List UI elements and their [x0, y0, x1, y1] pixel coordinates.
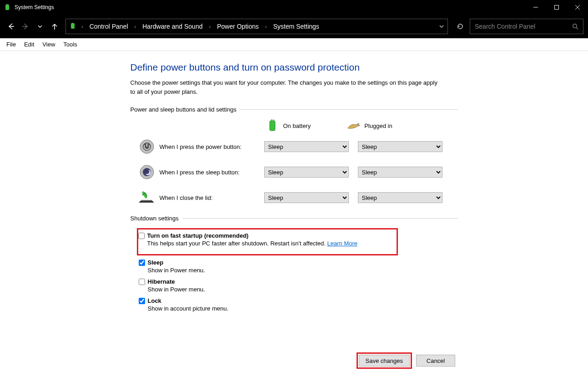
chevron-right-icon[interactable]: › — [80, 24, 85, 29]
refresh-button[interactable] — [452, 19, 468, 34]
menu-tools[interactable]: Tools — [60, 40, 80, 49]
footer-buttons: Save changes Cancel — [0, 355, 588, 367]
checkbox-label: Lock — [148, 297, 161, 304]
titlebar: System Settings — [0, 0, 588, 15]
checkbox-sleep[interactable] — [139, 260, 145, 266]
svg-rect-11 — [73, 23, 74, 24]
column-header-battery: On battery — [266, 119, 311, 132]
select-sleep-battery[interactable]: Sleep — [264, 167, 349, 178]
svg-line-13 — [576, 27, 578, 29]
up-button[interactable] — [48, 20, 61, 33]
menubar: File Edit View Tools — [0, 38, 588, 51]
section-label-buttons-lid: Power and sleep buttons and lid settings — [131, 106, 240, 113]
save-changes-button[interactable]: Save changes — [359, 355, 410, 367]
row-label: When I close the lid: — [160, 194, 264, 201]
chevron-right-icon[interactable]: › — [133, 24, 138, 29]
shutdown-item-lock: Lock Show in account picture menu. — [139, 297, 458, 312]
maximize-button[interactable] — [546, 0, 567, 15]
shutdown-item-hibernate: Hibernate Show in Power menu. — [139, 278, 458, 293]
minimize-button[interactable] — [525, 0, 546, 15]
sleep-icon — [139, 164, 155, 180]
row-close-lid: When I close the lid: Sleep Sleep — [131, 189, 458, 206]
svg-rect-16 — [271, 119, 272, 121]
svg-rect-2 — [8, 4, 9, 5]
select-power-battery[interactable]: Sleep — [264, 141, 349, 152]
search-input[interactable] — [475, 23, 572, 30]
svg-rect-0 — [5, 5, 9, 10]
app-icon — [4, 4, 11, 11]
svg-rect-4 — [555, 5, 559, 10]
row-power-button: When I press the power button: Sleep Sle… — [131, 138, 458, 155]
checkbox-label: Sleep — [148, 259, 164, 266]
checkbox-hibernate[interactable] — [139, 279, 145, 285]
svg-rect-9 — [71, 23, 75, 29]
battery-icon — [266, 119, 279, 132]
navbar: › Control Panel › Hardware and Sound › P… — [0, 15, 588, 38]
menu-edit[interactable]: Edit — [20, 40, 38, 49]
shutdown-item-sleep: Sleep Show in Power menu. — [139, 259, 458, 274]
search-icon[interactable] — [572, 23, 578, 30]
svg-rect-19 — [358, 125, 360, 126]
address-bar[interactable]: › Control Panel › Hardware and Sound › P… — [65, 19, 448, 34]
menu-file[interactable]: File — [3, 40, 20, 49]
close-button[interactable] — [567, 0, 588, 15]
breadcrumb-item[interactable]: Hardware and Sound — [141, 22, 204, 31]
breadcrumb-item[interactable]: Power Options — [215, 22, 261, 31]
section-divider — [182, 218, 458, 219]
select-lid-battery[interactable]: Sleep — [264, 192, 349, 203]
row-label: When I press the sleep button: — [160, 169, 264, 176]
select-power-plugged[interactable]: Sleep — [358, 141, 442, 152]
window-title: System Settings — [15, 4, 525, 10]
menu-view[interactable]: View — [39, 40, 59, 49]
breadcrumb-item[interactable]: Control Panel — [88, 22, 130, 31]
section-divider — [240, 109, 458, 110]
checkbox-label: Turn on fast startup (recommended) — [147, 232, 249, 239]
svg-rect-18 — [357, 123, 360, 124]
checkbox-label: Hibernate — [148, 278, 175, 285]
back-button[interactable] — [5, 20, 17, 33]
section-label-shutdown: Shutdown settings — [131, 215, 182, 222]
battery-icon — [70, 23, 77, 30]
svg-point-12 — [573, 24, 577, 28]
checkbox-fast-startup[interactable] — [138, 233, 145, 239]
cancel-button[interactable]: Cancel — [416, 355, 455, 367]
checkbox-description: Show in Power menu. — [148, 286, 458, 293]
page-title: Define power buttons and turn on passwor… — [131, 62, 458, 73]
checkbox-description: This helps start your PC faster after sh… — [147, 240, 327, 247]
page-description: Choose the power settings that you want … — [131, 78, 440, 96]
highlighted-setting: Turn on fast startup (recommended) This … — [137, 228, 398, 255]
svg-rect-1 — [6, 4, 7, 5]
select-lid-plugged[interactable]: Sleep — [358, 192, 442, 203]
recent-locations-button[interactable] — [34, 20, 46, 33]
breadcrumb-item[interactable]: System Settings — [271, 22, 321, 31]
column-header-plugged: Plugged in — [347, 119, 392, 132]
select-sleep-plugged[interactable]: Sleep — [358, 167, 442, 178]
chevron-down-icon[interactable] — [439, 24, 444, 29]
laptop-lid-icon — [139, 189, 155, 206]
plug-icon — [347, 119, 360, 132]
checkbox-lock[interactable] — [139, 298, 145, 304]
learn-more-link[interactable]: Learn More — [327, 240, 357, 247]
search-box[interactable] — [470, 19, 583, 34]
power-icon — [139, 138, 155, 155]
checkbox-description: Show in Power menu. — [148, 267, 458, 274]
svg-rect-14 — [270, 121, 275, 131]
row-label: When I press the power button: — [160, 143, 264, 150]
column-header-label: Plugged in — [364, 122, 392, 129]
chevron-right-icon[interactable]: › — [263, 24, 269, 29]
forward-button[interactable] — [19, 20, 32, 33]
column-header-label: On battery — [283, 122, 311, 129]
chevron-right-icon[interactable]: › — [207, 24, 212, 29]
svg-rect-17 — [273, 119, 274, 121]
checkbox-description: Show in account picture menu. — [148, 305, 458, 312]
shutdown-item-fast-startup: Turn on fast startup (recommended) This … — [138, 232, 393, 247]
row-sleep-button: When I press the sleep button: Sleep Sle… — [131, 164, 458, 180]
svg-rect-10 — [72, 23, 73, 24]
